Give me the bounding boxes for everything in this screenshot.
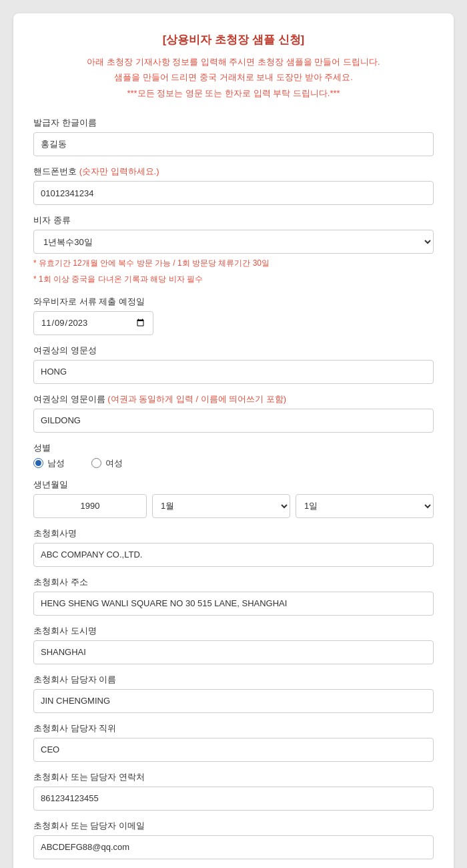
birth-label: 생년월일 [33,479,434,491]
doc-date-label: 와우비자로 서류 제출 예정일 [33,296,434,308]
contact-phone-label: 초청회사 또는 담당자 연락처 [33,771,434,783]
visa-type-group: 비자 종류 1년복수30일 단수 2년복수 * 유효기간 12개월 안에 복수 … [33,214,434,286]
header-line2: 샘플을 만들어 드리면 중국 거래처로 보내 도장만 받아 주세요. [33,69,434,85]
visa-type-select[interactable]: 1년복수30일 단수 2년복수 [33,230,434,254]
company-address-input[interactable] [33,592,434,616]
contact-position-input[interactable] [33,738,434,762]
company-city-input[interactable] [33,640,434,664]
header-desc: 아래 초청장 기재사항 정보를 입력해 주시면 초청장 샘플을 만들어 드립니다… [33,54,434,101]
visa-note2: * 1회 이상 중국을 다녀온 기록과 해당 비자 필수 [33,273,434,286]
gender-radio-group: 남성 여성 [33,457,434,469]
korean-name-label: 발급자 한글이름 [33,117,434,129]
header-line3: ***모든 정보는 영문 또는 한자로 입력 부탁 드립니다.*** [33,85,434,101]
main-card: [상용비자 초청장 샘플 신청] 아래 초청장 기재사항 정보를 입력해 주시면… [13,13,454,868]
gender-male-text: 남성 [47,457,65,469]
gender-female-radio[interactable] [91,458,101,468]
doc-date-input[interactable] [33,311,153,335]
birth-group: 생년월일 1월 2월 3월 4월 5월 6월 7월 8월 9월 10월 11월 … [33,479,434,518]
phone-group: 핸드폰번호 (숫자만 입력하세요.) [33,166,434,205]
birth-year-input[interactable] [33,494,147,518]
gender-female-text: 여성 [105,457,123,469]
contact-name-label: 초청회사 담당자 이름 [33,674,434,686]
birth-row: 1월 2월 3월 4월 5월 6월 7월 8월 9월 10월 11월 12월 1… [33,494,434,518]
gender-group: 성별 남성 여성 [33,442,434,469]
contact-email-label: 초청회사 또는 담당자 이메일 [33,820,434,832]
page-title: [상용비자 초청장 샘플 신청] [33,32,434,47]
contact-email-group: 초청회사 또는 담당자 이메일 [33,820,434,859]
contact-name-input[interactable] [33,689,434,713]
passport-first-label-note: (여권과 동일하게 입력 / 이름에 띄어쓰기 포함) [107,394,286,404]
contact-name-group: 초청회사 담당자 이름 [33,674,434,713]
company-name-label: 초청회사명 [33,527,434,539]
company-address-group: 초청회사 주소 [33,576,434,616]
company-city-label: 초청회사 도시명 [33,625,434,637]
korean-name-input[interactable] [33,132,434,156]
gender-label: 성별 [33,442,434,454]
company-address-label: 초청회사 주소 [33,576,434,588]
gender-female-label[interactable]: 여성 [91,457,123,469]
contact-email-input[interactable] [33,835,434,859]
birth-month-select[interactable]: 1월 2월 3월 4월 5월 6월 7월 8월 9월 10월 11월 12월 [152,494,290,518]
phone-input[interactable] [33,181,434,205]
passport-last-input[interactable] [33,360,434,384]
visa-type-label: 비자 종류 [33,214,434,226]
passport-last-group: 여권상의 영문성 [33,345,434,384]
doc-date-group: 와우비자로 서류 제출 예정일 [33,296,434,335]
contact-position-group: 초청회사 담당자 직위 [33,722,434,762]
company-name-group: 초청회사명 [33,527,434,567]
passport-first-input[interactable] [33,409,434,433]
contact-position-label: 초청회사 담당자 직위 [33,722,434,734]
passport-first-label: 여권상의 영문이름 (여권과 동일하게 입력 / 이름에 띄어쓰기 포함) [33,393,434,405]
korean-name-group: 발급자 한글이름 [33,117,434,156]
passport-first-group: 여권상의 영문이름 (여권과 동일하게 입력 / 이름에 띄어쓰기 포함) [33,393,434,433]
phone-label: 핸드폰번호 (숫자만 입력하세요.) [33,166,434,178]
header-section: [상용비자 초청장 샘플 신청] 아래 초청장 기재사항 정보를 입력해 주시면… [33,32,434,101]
birth-day-select[interactable]: 1일 2일 3일 4일 5일 6일 7일 8일 9일 10일 11일 12일 1… [296,494,434,518]
contact-phone-input[interactable] [33,787,434,811]
gender-male-label[interactable]: 남성 [33,457,65,469]
company-name-input[interactable] [33,543,434,567]
header-line1: 아래 초청장 기재사항 정보를 입력해 주시면 초청장 샘플을 만들어 드립니다… [33,54,434,69]
visa-note1: * 유효기간 12개월 안에 복수 방문 가능 / 1회 방문당 체류기간 30… [33,257,434,270]
company-city-group: 초청회사 도시명 [33,625,434,664]
gender-male-radio[interactable] [33,458,43,468]
passport-last-label: 여권상의 영문성 [33,345,434,357]
contact-phone-group: 초청회사 또는 담당자 연락처 [33,771,434,811]
